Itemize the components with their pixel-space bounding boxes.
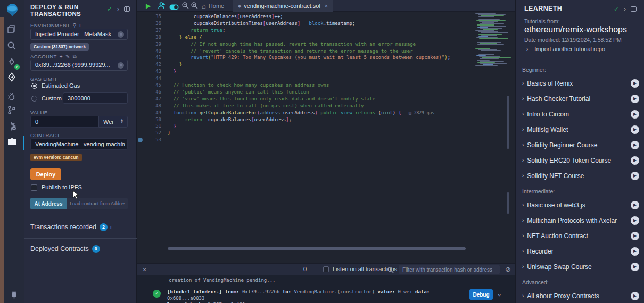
plugin-manager-icon[interactable] xyxy=(10,290,20,301)
transaction-log[interactable]: [block:1 txIndex:-] from: 0xf39...92266 … xyxy=(167,289,463,303)
line-number[interactable]: 51 xyxy=(146,123,161,130)
copy-account-icon[interactable]: ⧉ xyxy=(73,54,77,60)
zoom-out-icon[interactable] xyxy=(181,2,189,11)
editor-horizontal-scrollbar[interactable] xyxy=(168,247,466,250)
editor-minimap[interactable] xyxy=(475,13,508,67)
play-tutorial-icon[interactable]: ▶ xyxy=(631,292,639,300)
editor-vertical-scrollbar[interactable] xyxy=(507,96,509,149)
code-editor[interactable]: 35 _cupcakeBalances[userAddress]++;36 _c… xyxy=(137,12,515,263)
settings-icon[interactable] xyxy=(7,121,18,132)
estimated-gas-radio[interactable] xyxy=(31,83,37,89)
tx-info-icon[interactable]: i xyxy=(110,224,111,230)
account-extra-icon[interactable] xyxy=(118,62,124,69)
play-tutorial-icon[interactable]: ▶ xyxy=(631,247,639,256)
line-number[interactable]: 53 xyxy=(146,137,161,144)
tutorial-item[interactable]: ›Multichain Protocols with Axelar▶ xyxy=(522,213,639,228)
tutorial-item[interactable]: ›Intro to Circom▶ xyxy=(522,106,639,122)
deploy-button[interactable]: Deploy xyxy=(30,168,61,180)
add-account-icon[interactable]: + xyxy=(60,54,63,60)
terminal-output[interactable]: creation of VendingMachine pending... ✓ … xyxy=(137,275,515,303)
deploy-run-icon[interactable] xyxy=(7,72,18,83)
unit-stepper-icon[interactable]: ▴▾ xyxy=(120,118,124,123)
line-number[interactable]: 47 xyxy=(146,96,161,103)
line-number[interactable]: 43 xyxy=(146,68,161,75)
log-collapse-icon[interactable]: ⌄ xyxy=(498,290,501,297)
tutorial-item[interactable]: ›Hash Checker Tutorial▶ xyxy=(522,91,639,106)
line-number[interactable]: 50 xyxy=(146,116,161,123)
publish-ipfs-checkbox[interactable] xyxy=(31,184,37,191)
tutorial-item[interactable]: ›Multisig Wallet▶ xyxy=(522,122,639,137)
plug-icon[interactable]: ⚲ xyxy=(73,22,77,28)
play-tutorial-icon[interactable]: ▶ xyxy=(631,141,639,149)
deployed-contracts-row[interactable]: Deployed Contracts0 xyxy=(30,245,100,253)
play-tutorial-icon[interactable]: ▶ xyxy=(631,232,639,240)
line-number[interactable]: 52 xyxy=(146,130,161,137)
line-number[interactable]: 39 xyxy=(146,41,161,48)
play-tutorial-icon[interactable]: ▶ xyxy=(631,110,639,119)
tutorial-item[interactable]: ›All about Proxy Contracts▶ xyxy=(522,288,639,303)
contract-select[interactable]: VendingMachine - vending-machin▴▾ xyxy=(30,138,128,150)
tutorial-item[interactable]: ›Solidity ERC20 Token Course▶ xyxy=(522,153,639,168)
tutorial-item[interactable]: ›Recorder▶ xyxy=(522,243,639,259)
transaction-filter-input[interactable] xyxy=(399,265,500,274)
learneth-status-check-icon[interactable]: ✓ xyxy=(614,5,619,13)
tutorial-item[interactable]: ›Basics of Remix▶ xyxy=(522,75,639,91)
tab-active-file[interactable]: ◆vending-machine-contract.sol× xyxy=(233,0,333,12)
import-tutorial-link[interactable]: ›Import another tutorial repo xyxy=(526,46,605,52)
tab-home[interactable]: ⌂Home xyxy=(197,0,229,12)
tutorial-item[interactable]: ›Solidity NFT Course▶ xyxy=(522,168,639,183)
custom-gas-input[interactable] xyxy=(63,92,128,104)
breakpoint-dot[interactable] xyxy=(138,138,143,142)
tutorial-item[interactable]: ›Uniswap Swap Course▶ xyxy=(522,259,639,274)
remix-logo-icon[interactable] xyxy=(4,2,20,18)
line-number[interactable]: 45 xyxy=(146,82,161,89)
play-tutorial-icon[interactable]: ▶ xyxy=(631,263,639,271)
transactions-recorded-row[interactable]: Transactions recorded2i xyxy=(30,223,111,231)
tutorial-item[interactable]: ›Solidity Beginner Course▶ xyxy=(522,137,639,153)
play-tutorial-icon[interactable]: ▶ xyxy=(631,156,639,165)
file-explorer-icon[interactable] xyxy=(7,24,18,35)
terminal-expand-icon[interactable]: » xyxy=(141,268,148,272)
play-tutorial-icon[interactable]: ▶ xyxy=(631,216,639,225)
environment-select[interactable]: Injected Provider - MetaMask xyxy=(30,29,128,40)
panel-collapse-icon[interactable]: › xyxy=(117,5,119,13)
ai-assistant-icon[interactable] xyxy=(158,2,166,12)
line-number[interactable]: 40 xyxy=(146,48,161,55)
git-icon[interactable] xyxy=(7,105,18,116)
line-number[interactable]: 41 xyxy=(146,54,161,61)
debugger-icon[interactable] xyxy=(7,92,18,103)
close-tab-icon[interactable]: × xyxy=(325,3,328,9)
account-select[interactable]: 0xf39...92266 (9999.99929... xyxy=(30,60,128,71)
tutorial-item[interactable]: ›Basic use of web3.js▶ xyxy=(522,197,639,213)
search-icon[interactable] xyxy=(7,41,18,52)
panel-vertical-scrollbar[interactable] xyxy=(507,192,509,214)
panel-pin-icon[interactable] xyxy=(124,6,130,12)
line-number[interactable]: 36 xyxy=(146,20,161,27)
line-number[interactable]: 38 xyxy=(146,34,161,41)
terminal-search-icon[interactable] xyxy=(387,266,394,275)
run-script-icon[interactable]: ▶ xyxy=(146,2,151,10)
copilot-toggle-icon[interactable] xyxy=(169,3,179,12)
environment-settings-icon[interactable] xyxy=(118,31,124,38)
play-tutorial-icon[interactable]: ▶ xyxy=(631,95,639,103)
debug-button[interactable]: Debug xyxy=(469,289,493,300)
learneth-pin-icon[interactable] xyxy=(631,6,637,12)
learneth-plugin-icon[interactable] xyxy=(7,137,18,148)
custom-gas-radio[interactable] xyxy=(31,96,37,102)
info-icon[interactable]: i xyxy=(79,22,81,28)
value-unit-select[interactable]: Wei▴▾ xyxy=(98,116,128,128)
line-number[interactable]: 44 xyxy=(146,75,161,82)
solidity-compiler-icon[interactable]: ✓ xyxy=(7,57,18,68)
play-tutorial-icon[interactable]: ▶ xyxy=(631,201,639,209)
tutorial-item[interactable]: ›NFT Auction Contract▶ xyxy=(522,228,639,243)
listen-all-checkbox[interactable] xyxy=(323,266,329,272)
play-tutorial-icon[interactable]: ▶ xyxy=(631,125,639,134)
play-tutorial-icon[interactable]: ▶ xyxy=(631,172,639,180)
panel-status-check-icon[interactable]: ✓ xyxy=(107,5,112,13)
line-number[interactable]: 49 xyxy=(146,110,161,116)
line-number[interactable]: 46 xyxy=(146,89,161,96)
line-number[interactable]: 42 xyxy=(146,61,161,68)
contract-stepper-icon[interactable]: ▴▾ xyxy=(120,141,124,146)
line-number[interactable]: 35 xyxy=(146,13,161,20)
value-input[interactable] xyxy=(30,116,98,128)
